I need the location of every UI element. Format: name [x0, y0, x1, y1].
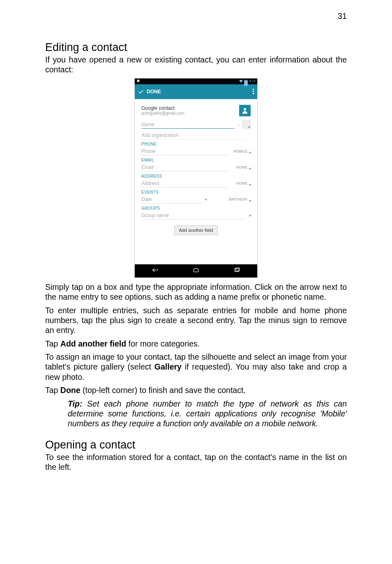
- wifi-icon: [239, 80, 243, 83]
- address-input[interactable]: Address: [141, 179, 228, 187]
- expand-name-button[interactable]: [242, 120, 251, 129]
- email-type-selector[interactable]: HOME: [231, 165, 251, 169]
- paragraph-add-field: Tap Add another field for more categorie…: [45, 339, 347, 349]
- account-email: acerguides@gmail.com: [141, 111, 184, 116]
- section-label-email: EMAIL: [141, 158, 251, 162]
- check-icon: [138, 89, 144, 95]
- paragraph-opening-contact: To see the information stored for a cont…: [45, 452, 347, 472]
- add-organization-input[interactable]: Add organization: [141, 131, 247, 139]
- section-label-address: ADDRESS: [141, 174, 251, 178]
- phone-type-selector[interactable]: MOBILE: [231, 149, 251, 153]
- paragraph-intro: If you have opened a new or existing con…: [45, 55, 347, 75]
- email-input[interactable]: Email: [141, 163, 228, 171]
- phone-screenshot: 9:12 DONE Google contact: [134, 78, 258, 278]
- add-another-field-button[interactable]: Add another field: [174, 225, 217, 235]
- svg-rect-1: [244, 81, 248, 86]
- sdcard-icon: [136, 79, 140, 83]
- contact-photo-silhouette[interactable]: [239, 105, 251, 116]
- name-input[interactable]: Name: [141, 120, 234, 129]
- section-label-phone: PHONE: [141, 142, 251, 146]
- svg-rect-2: [245, 80, 247, 81]
- heading-editing-contact: Editing a contact: [45, 41, 347, 54]
- date-picker-icon[interactable]: [205, 198, 207, 200]
- event-type-selector[interactable]: BIRTHDAY: [208, 197, 251, 201]
- home-icon[interactable]: [192, 267, 200, 275]
- person-icon: [241, 107, 249, 114]
- date-input[interactable]: Date: [141, 195, 201, 203]
- done-label: DONE: [147, 89, 161, 95]
- navigation-bar: [135, 264, 257, 277]
- paragraph-tap-done: Tap Done (top-left corner) to finish and…: [45, 385, 347, 395]
- paragraph-multiple-entries: To enter multiple entries, such as separ…: [45, 305, 347, 335]
- name-options-chevron-icon[interactable]: ⌄: [238, 122, 241, 127]
- tip-paragraph: Tip: Set each phone number to match the …: [68, 399, 347, 429]
- paragraph-tap-box: Simply tap on a box and type the appropr…: [45, 282, 347, 302]
- svg-point-3: [244, 108, 246, 111]
- done-bar: DONE: [135, 84, 257, 99]
- overflow-menu-icon[interactable]: [253, 89, 254, 94]
- phone-input[interactable]: Phone: [141, 147, 228, 155]
- account-title: Google contact: [141, 105, 184, 111]
- status-bar: 9:12: [135, 79, 257, 84]
- screenshot-container: 9:12 DONE Google contact: [45, 78, 347, 278]
- status-time: 9:12: [249, 79, 256, 83]
- address-type-selector[interactable]: HOME: [231, 181, 251, 185]
- paragraph-assign-image: To assign an image to your contact, tap …: [45, 352, 347, 382]
- group-name-input[interactable]: Group name: [141, 211, 245, 220]
- back-icon[interactable]: [152, 267, 159, 275]
- done-button[interactable]: DONE: [138, 89, 161, 95]
- heading-opening-contact: Opening a contact: [45, 439, 347, 451]
- section-label-events: EVENTS: [141, 190, 251, 194]
- svg-rect-0: [137, 80, 139, 82]
- recent-apps-icon[interactable]: [233, 267, 240, 275]
- account-info: Google contact acerguides@gmail.com: [141, 105, 184, 116]
- page-number: 31: [338, 12, 347, 21]
- section-label-groups: GROUPS: [141, 206, 251, 210]
- battery-icon: [244, 80, 248, 83]
- group-selector-icon[interactable]: [249, 214, 251, 216]
